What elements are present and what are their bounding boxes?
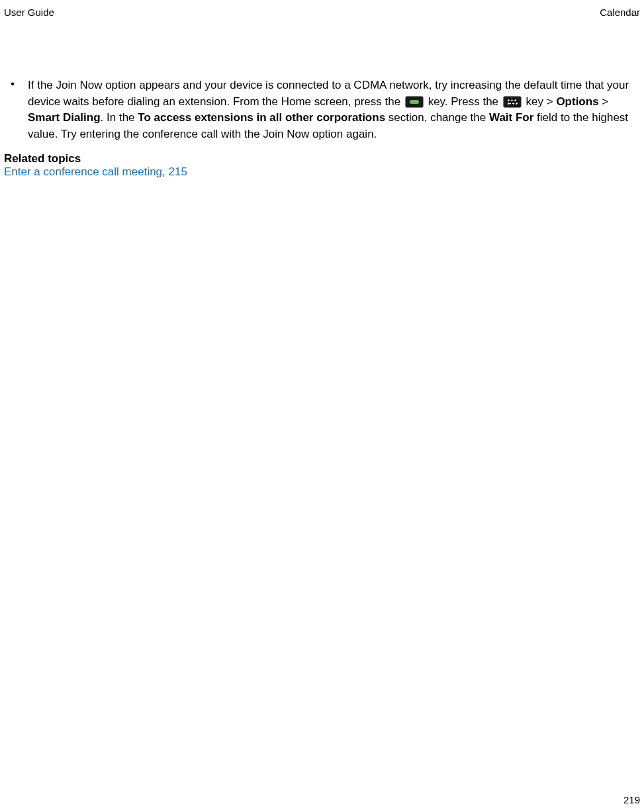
- bullet-text: If the Join Now option appears and your …: [28, 77, 640, 143]
- text-segment-5: . In the: [101, 111, 138, 124]
- page-header: User Guide Calendar: [3, 7, 641, 18]
- text-segment-4: >: [599, 95, 609, 108]
- text-segment-6: section, change the: [385, 111, 489, 124]
- bullet-item: • If the Join Now option appears and you…: [4, 77, 640, 143]
- header-right-text: Calendar: [600, 7, 640, 18]
- header-left-text: User Guide: [4, 7, 54, 18]
- bullet-marker: •: [4, 77, 28, 143]
- text-segment-3: key >: [523, 95, 557, 108]
- related-topic-link[interactable]: Enter a conference call meeting, 215: [4, 165, 640, 179]
- menu-key-icon: [503, 96, 522, 108]
- to-access-bold: To access extensions in all other corpor…: [138, 111, 385, 124]
- text-segment-2: key. Press the: [425, 95, 502, 108]
- options-bold: Options: [556, 95, 598, 108]
- page-number: 219: [623, 794, 640, 805]
- page-content: • If the Join Now option appears and you…: [3, 77, 641, 179]
- related-topics-heading: Related topics: [4, 152, 640, 165]
- wait-for-bold: Wait For: [489, 111, 533, 124]
- send-key-icon: [405, 96, 424, 108]
- smart-dialing-bold: Smart Dialing: [28, 111, 101, 124]
